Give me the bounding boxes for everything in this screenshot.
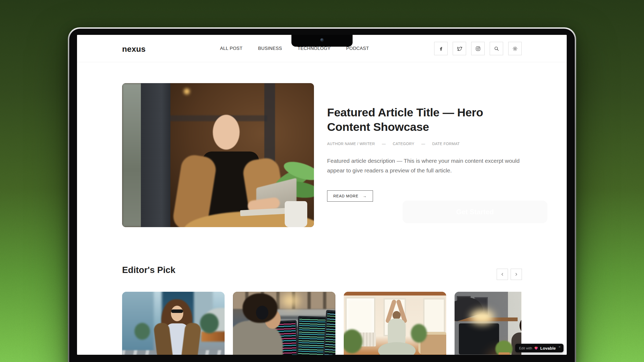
site-logo[interactable]: nexus [122,45,146,54]
meta-separator: — [421,142,425,146]
read-more-label: READ MORE [333,194,358,198]
search-icon [494,46,499,51]
carousel-prev-button[interactable] [497,269,508,280]
twitter-button[interactable] [453,42,466,55]
editors-pick-heading: Editor's Pick [122,265,175,275]
meta-separator: — [382,142,386,146]
ghost-text: Get Started [456,208,494,216]
instagram-button[interactable] [471,42,485,55]
featured-article-description: Featured article description — This is w… [327,156,521,175]
theme-sun-icon [512,46,518,51]
facebook-icon [438,46,444,51]
badge-brand: Lovable [540,346,556,350]
facebook-button[interactable] [434,42,448,55]
nav-item-business[interactable]: BUSINESS [258,46,282,51]
nav-item-podcast[interactable]: PODCAST [346,46,369,51]
nav-item-all-post[interactable]: ALL POST [220,46,243,51]
arrow-right-icon: → [363,194,367,198]
card-home-office-photo[interactable] [455,292,521,355]
instagram-icon [475,46,481,51]
carousel-next-button[interactable] [511,269,522,280]
editors-pick-carousel [122,292,521,355]
header-actions [434,42,522,55]
badge-close-icon[interactable]: × [558,345,561,349]
card-yoga-at-home-photo[interactable] [344,292,446,355]
search-button[interactable] [490,42,503,55]
laptop-notch [291,35,353,47]
read-more-button[interactable]: READ MORE → [327,190,373,202]
laptop-screen: nexus ALL POST BUSINESS TECHNOLOGY PODCA… [77,35,567,355]
featured-article-title[interactable]: Featured Article Title — Hero Content Sh… [327,105,521,134]
theme-toggle-button[interactable] [508,42,522,55]
nav-item-technology[interactable]: TECHNOLOGY [298,46,331,51]
featured-article-content: Featured Article Title — Hero Content Sh… [327,105,521,202]
date-label: DATE FORMAT [432,142,460,146]
featured-article-photo[interactable] [122,83,314,227]
chevron-right-icon [514,272,519,277]
category-label[interactable]: CATEGORY [393,142,414,146]
card-developer-workstation-photo[interactable] [233,292,335,355]
nexus-website: nexus ALL POST BUSINESS TECHNOLOGY PODCA… [77,35,567,355]
ghost-overlay: Get Started [402,201,547,223]
laptop-bezel: nexus ALL POST BUSINESS TECHNOLOGY PODCA… [69,29,575,362]
chevron-left-icon [500,272,505,277]
carousel-controls [497,269,522,280]
card-street-style-photo[interactable] [122,292,225,355]
featured-article-meta: AUTHOR NAME / WRITER — CATEGORY — DATE F… [327,142,521,146]
author-name[interactable]: AUTHOR NAME / WRITER [327,142,375,146]
carousel-track [122,292,521,355]
lovable-badge[interactable]: Edit with Lovable × [515,344,564,352]
laptop-mockup: nexus ALL POST BUSINESS TECHNOLOGY PODCA… [68,27,576,362]
badge-prefix: Edit with [519,346,532,350]
lovable-heart-icon [534,346,538,350]
twitter-icon [457,46,462,51]
webcam-icon [320,38,324,42]
